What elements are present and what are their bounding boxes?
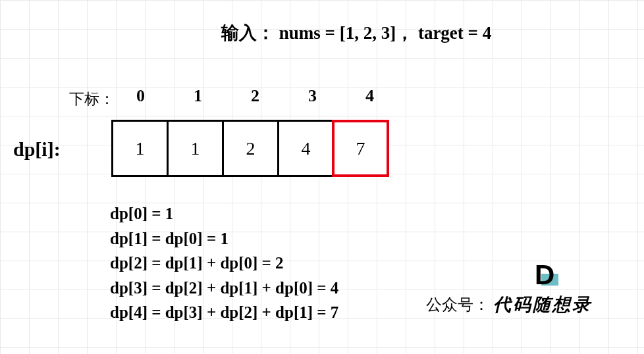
input-line: 输入： nums = [1, 2, 3]， target = 4	[221, 21, 491, 45]
dp-cell: 4	[277, 120, 335, 177]
index-label: 下标：	[69, 89, 115, 109]
attribution-prefix: 公众号：	[426, 294, 489, 315]
attribution-brand: 代码随想录	[493, 293, 592, 316]
dp-cell: 1	[167, 120, 224, 177]
index-cell: 0	[112, 86, 169, 106]
equation-line: dp[0] = 1	[110, 201, 338, 226]
index-cell: 4	[341, 86, 398, 106]
dp-cell-highlight: 7	[332, 120, 389, 177]
index-cell: 2	[227, 86, 284, 106]
equations: dp[0] = 1 dp[1] = dp[0] = 1 dp[2] = dp[1…	[110, 201, 338, 325]
equation-line: dp[1] = dp[0] = 1	[110, 226, 338, 251]
index-row: 0 1 2 3 4	[112, 86, 398, 106]
equation-line: dp[2] = dp[1] + dp[0] = 2	[110, 251, 338, 276]
dp-array: 1 1 2 4 7	[111, 120, 389, 177]
attribution: 公众号： 代码随想录	[426, 293, 592, 316]
equation-line: dp[4] = dp[3] + dp[2] + dp[1] = 7	[110, 300, 338, 325]
dp-cell: 1	[111, 120, 169, 177]
index-cell: 3	[284, 86, 341, 106]
dp-cell: 2	[222, 120, 279, 177]
equation-line: dp[3] = dp[2] + dp[1] + dp[0] = 4	[110, 276, 338, 301]
dp-label: dp[i]:	[13, 138, 61, 161]
index-cell: 1	[169, 86, 227, 106]
brand-logo-icon: D	[535, 263, 560, 288]
